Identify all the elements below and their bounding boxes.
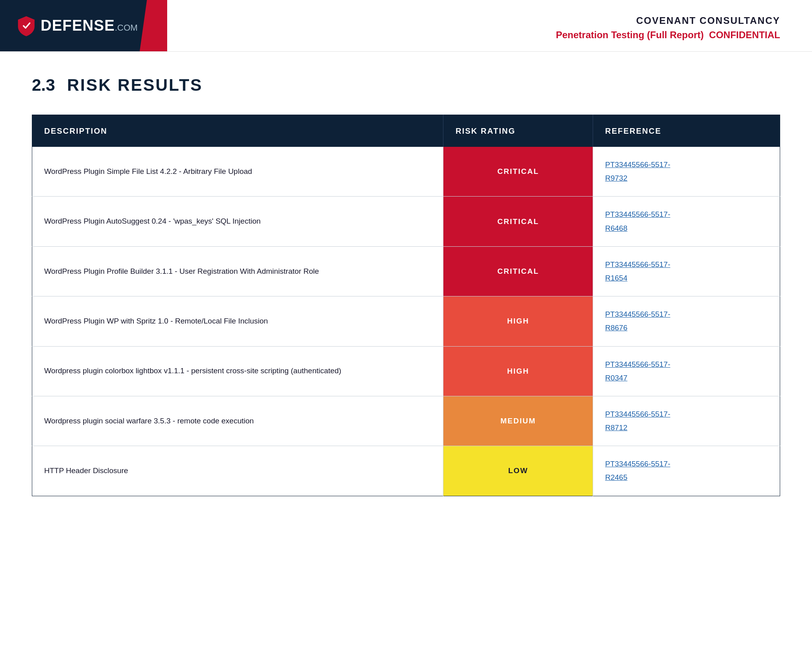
description-cell: WordPress Plugin WP with Spritz 1.0 - Re… [32, 296, 443, 346]
confidential-label: CONFIDENTIAL [709, 29, 780, 40]
table-row: WordPress Plugin WP with Spritz 1.0 - Re… [32, 296, 780, 346]
page-header: DEFENSE.COM COVENANT CONSULTANCY Penetra… [0, 0, 812, 52]
risk-rating-cell: HIGH [443, 346, 593, 396]
table-row: WordPress Plugin Profile Builder 3.1.1 -… [32, 246, 780, 296]
risk-rating-cell: CRITICAL [443, 197, 593, 246]
table-row: HTTP Header DisclosureLOWPT33445566-5517… [32, 446, 780, 496]
table-row: WordPress Plugin AutoSuggest 0.24 - 'wpa… [32, 197, 780, 246]
logo-section: DEFENSE.COM [0, 0, 167, 51]
table-header: DESCRIPTION RISK RATING REFERENCE [32, 115, 780, 147]
risk-rating-cell: CRITICAL [443, 147, 593, 197]
logo-brand: DEFENSE.COM [41, 17, 138, 34]
reference-link[interactable]: PT33445566-5517-R8676 [605, 308, 768, 335]
reference-cell[interactable]: PT33445566-5517-R8712 [593, 396, 780, 446]
main-content: 2.3 RISK RESULTS DESCRIPTION RISK RATING… [0, 52, 812, 520]
report-type: Penetration Testing (Full Report) [556, 29, 704, 40]
logo-com: .COM [115, 23, 137, 33]
reference-link[interactable]: PT33445566-5517-R2465 [605, 457, 768, 484]
reference-cell[interactable]: PT33445566-5517-R6468 [593, 197, 780, 246]
table-row: Wordpress plugin colorbox lightbox v1.1.… [32, 346, 780, 396]
table-row: Wordpress plugin social warfare 3.5.3 - … [32, 396, 780, 446]
reference-link[interactable]: PT33445566-5517-R0347 [605, 358, 768, 385]
description-cell: WordPress Plugin Profile Builder 3.1.1 -… [32, 246, 443, 296]
col-risk-rating: RISK RATING [443, 115, 593, 147]
table-row: WordPress Plugin Simple File List 4.2.2 … [32, 147, 780, 197]
col-description: DESCRIPTION [32, 115, 443, 147]
shield-icon [16, 16, 37, 36]
reference-cell[interactable]: PT33445566-5517-R9732 [593, 147, 780, 197]
reference-link[interactable]: PT33445566-5517-R1654 [605, 258, 768, 285]
section-heading: 2.3 RISK RESULTS [32, 76, 780, 95]
section-title: RISK RESULTS [67, 76, 203, 95]
reference-link[interactable]: PT33445566-5517-R9732 [605, 158, 768, 185]
section-number: 2.3 [32, 76, 55, 95]
description-cell: WordPress Plugin Simple File List 4.2.2 … [32, 147, 443, 197]
report-subtitle: Penetration Testing (Full Report) CONFID… [556, 29, 780, 41]
reference-cell[interactable]: PT33445566-5517-R0347 [593, 346, 780, 396]
risk-rating-cell: CRITICAL [443, 246, 593, 296]
risk-results-table: DESCRIPTION RISK RATING REFERENCE WordPr… [32, 115, 780, 496]
risk-rating-cell: MEDIUM [443, 396, 593, 446]
description-cell: Wordpress plugin social warfare 3.5.3 - … [32, 396, 443, 446]
table-body: WordPress Plugin Simple File List 4.2.2 … [32, 147, 780, 496]
header-right: COVENANT CONSULTANCY Penetration Testing… [167, 0, 812, 51]
company-name: COVENANT CONSULTANCY [636, 15, 780, 26]
reference-link[interactable]: PT33445566-5517-R6468 [605, 208, 768, 235]
col-reference: REFERENCE [593, 115, 780, 147]
reference-cell[interactable]: PT33445566-5517-R1654 [593, 246, 780, 296]
logo-diagonal-accent [140, 0, 167, 51]
logo-name: DEFENSE [41, 17, 115, 34]
reference-link[interactable]: PT33445566-5517-R8712 [605, 407, 768, 435]
risk-rating-cell: LOW [443, 446, 593, 496]
reference-cell[interactable]: PT33445566-5517-R8676 [593, 296, 780, 346]
description-cell: HTTP Header Disclosure [32, 446, 443, 496]
risk-rating-cell: HIGH [443, 296, 593, 346]
description-cell: Wordpress plugin colorbox lightbox v1.1.… [32, 346, 443, 396]
description-cell: WordPress Plugin AutoSuggest 0.24 - 'wpa… [32, 197, 443, 246]
reference-cell[interactable]: PT33445566-5517-R2465 [593, 446, 780, 496]
